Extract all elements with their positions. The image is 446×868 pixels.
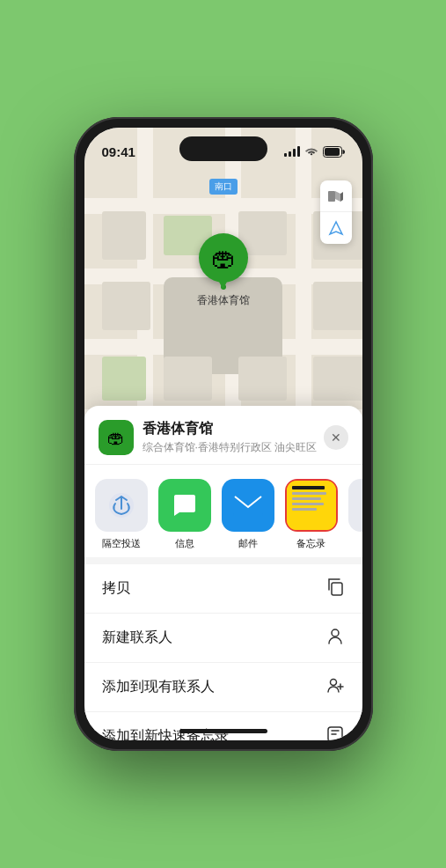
close-button[interactable]: ✕	[324, 425, 348, 450]
notes-line-4	[292, 508, 318, 511]
phone-frame: 09:41	[74, 117, 373, 751]
svg-rect-5	[332, 583, 342, 595]
venue-pin: 🏟 香港体育馆	[197, 233, 250, 308]
svg-point-6	[332, 629, 339, 636]
share-item-notes[interactable]: 备忘录	[281, 479, 341, 550]
add-notes-icon	[325, 725, 345, 740]
notes-inner	[287, 481, 336, 530]
copy-label: 拷贝	[102, 579, 130, 598]
status-icons	[284, 146, 345, 158]
map-type-button[interactable]	[320, 180, 352, 212]
share-item-messages[interactable]: 信息	[155, 479, 215, 550]
notes-icon-bg	[285, 479, 338, 532]
action-copy[interactable]: 拷贝	[84, 564, 362, 614]
action-list: 拷贝 新建联系人	[84, 557, 362, 740]
notes-label: 备忘录	[296, 537, 325, 550]
home-indicator	[179, 729, 267, 733]
more-icon-bg	[348, 479, 362, 532]
battery-icon	[323, 146, 345, 158]
notes-title-line	[292, 486, 325, 489]
location-button[interactable]	[320, 212, 352, 244]
share-item-airdrop[interactable]: 隔空投送	[91, 479, 151, 550]
action-add-contact[interactable]: 添加到现有联系人	[84, 663, 362, 712]
messages-icon-bg	[158, 479, 211, 532]
status-time: 09:41	[102, 144, 135, 159]
signal-bars-icon	[284, 146, 300, 157]
venue-subtitle: 综合体育馆·香港特别行政区 油尖旺区	[143, 440, 324, 455]
share-row: 隔空投送 信息	[84, 465, 362, 557]
new-contact-label: 新建联系人	[102, 629, 172, 647]
bottom-sheet: 🏟 香港体育馆 综合体育馆·香港特别行政区 油尖旺区 ✕	[84, 406, 362, 740]
notes-line-2	[292, 497, 321, 500]
dynamic-island	[179, 136, 267, 161]
mail-label: 邮件	[238, 537, 258, 550]
add-contact-label: 添加到现有联系人	[102, 678, 215, 696]
messages-icon	[171, 491, 199, 519]
stadium-icon: 🏟	[211, 244, 236, 273]
sheet-header: 🏟 香港体育馆 综合体育馆·香港特别行政区 油尖旺区 ✕	[84, 406, 362, 465]
svg-rect-1	[325, 148, 340, 156]
venue-small-stadium-icon: 🏟	[107, 428, 125, 448]
notes-line-3	[292, 503, 324, 505]
copy-icon	[325, 577, 345, 600]
mail-icon	[232, 493, 264, 518]
svg-rect-2	[328, 191, 335, 202]
messages-label: 信息	[175, 537, 194, 550]
map-icon	[327, 188, 345, 205]
venue-title: 香港体育馆	[143, 420, 324, 438]
wifi-icon	[304, 146, 318, 157]
svg-rect-4	[233, 494, 263, 517]
share-item-more[interactable]: 提	[345, 479, 362, 550]
action-new-contact[interactable]: 新建联系人	[84, 614, 362, 663]
airdrop-icon	[107, 491, 135, 519]
new-contact-icon	[325, 626, 345, 650]
more-dots-container	[362, 481, 362, 530]
phone-screen: 09:41	[84, 128, 362, 740]
airdrop-label: 隔空投送	[102, 537, 141, 550]
share-item-mail[interactable]: 邮件	[218, 479, 278, 550]
notes-line-1	[292, 492, 327, 495]
entrance-prefix: 南口	[215, 181, 232, 191]
venue-info: 香港体育馆 综合体育馆·香港特别行政区 油尖旺区	[143, 420, 324, 455]
action-add-notes[interactable]: 添加到新快速备忘录	[84, 712, 362, 740]
map-venue-label: 香港体育馆	[197, 293, 250, 308]
svg-point-7	[330, 680, 336, 686]
pin-circle: 🏟	[199, 233, 248, 283]
map-controls[interactable]	[320, 180, 352, 244]
airdrop-icon-bg	[95, 479, 148, 532]
add-contact-icon	[325, 675, 345, 699]
venue-small-icon: 🏟	[99, 420, 134, 455]
location-arrow-icon	[328, 220, 344, 236]
mail-icon-bg	[222, 479, 274, 532]
map-entrance-label: 南口	[209, 179, 238, 195]
